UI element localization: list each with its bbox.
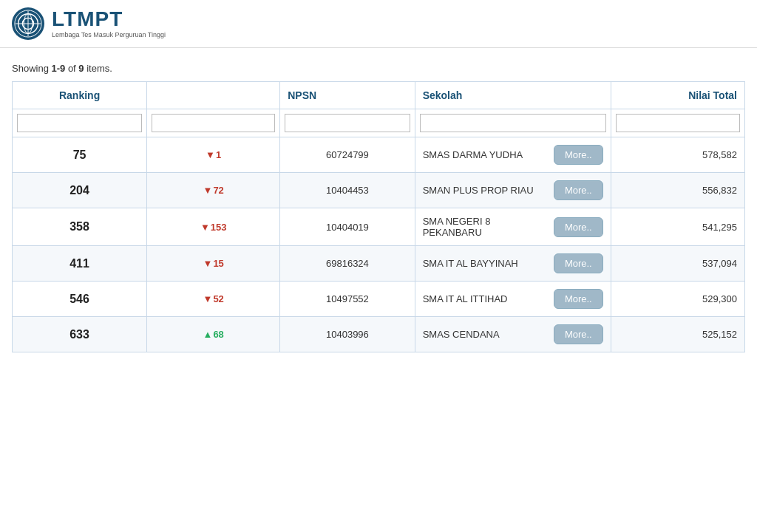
school-name: SMA IT AL ITTIHAD (423, 293, 508, 304)
rank-cell: 411 (13, 246, 147, 282)
table-header-row: Ranking NPSN Sekolah Nilai Total (13, 82, 745, 109)
more-button[interactable]: More.. (554, 180, 603, 200)
change-value: 1 (216, 149, 221, 160)
school-cell: SMA IT AL ITTIHADMore.. (415, 282, 611, 317)
filter-change-cell (147, 109, 280, 137)
change-cell: ▼1 (147, 137, 280, 173)
col-nilai: Nilai Total (611, 82, 744, 109)
table-body: 75▼160724799SMAS DARMA YUDHAMore..578,58… (13, 137, 745, 352)
school-name: SMAN PLUS PROP RIAU (423, 185, 534, 196)
change-cell: ▼15 (147, 246, 280, 282)
rank-cell: 204 (13, 173, 147, 208)
showing-info: Showing 1-9 of 9 items. (12, 63, 745, 74)
main-content: Showing 1-9 of 9 items. Ranking NPSN Sek… (0, 48, 757, 352)
col-ranking: Ranking (13, 82, 147, 109)
showing-suffix: items. (84, 63, 112, 74)
filter-npsn-input[interactable] (285, 114, 410, 132)
table-row: 358▼15310404019SMA NEGERI 8 PEKANBARUMor… (13, 208, 745, 246)
filter-ranking-cell (13, 109, 147, 137)
school-name: SMAS CENDANA (423, 329, 500, 340)
npsn-cell: 10403996 (280, 317, 415, 352)
nilai-cell: 525,152 (611, 317, 744, 352)
school-cell: SMAS DARMA YUDHAMore.. (415, 137, 611, 173)
change-cell: ▼153 (147, 208, 280, 246)
more-button[interactable]: More.. (554, 289, 603, 309)
filter-ranking-input[interactable] (17, 114, 142, 132)
showing-total: 9 (78, 63, 84, 74)
table-row: 546▼5210497552SMA IT AL ITTIHADMore..529… (13, 282, 745, 317)
rank-cell: 75 (13, 137, 147, 173)
change-value: 153 (211, 222, 227, 233)
more-button[interactable]: More.. (554, 217, 603, 237)
col-sekolah: Sekolah (415, 82, 611, 109)
filter-sekolah-cell (415, 109, 611, 137)
table-row: 411▼1569816324SMA IT AL BAYYINAHMore..53… (13, 246, 745, 282)
more-button[interactable]: More.. (554, 145, 603, 165)
npsn-cell: 10404453 (280, 173, 415, 208)
school-name: SMAS DARMA YUDHA (423, 149, 523, 160)
showing-of: of (65, 63, 78, 74)
school-cell: SMA IT AL BAYYINAHMore.. (415, 246, 611, 282)
filter-sekolah-input[interactable] (420, 114, 606, 132)
npsn-cell: 10404019 (280, 208, 415, 246)
arrow-down-icon: ▼ (203, 293, 213, 304)
change-value: 15 (213, 258, 223, 269)
more-button[interactable]: More.. (554, 324, 603, 344)
npsn-cell: 10497552 (280, 282, 415, 317)
ranking-table: Ranking NPSN Sekolah Nilai Total 75▼1607… (12, 81, 745, 352)
filter-row (13, 109, 745, 137)
change-cell: ▼72 (147, 173, 280, 208)
school-name: SMA NEGERI 8 PEKANBARU (423, 216, 545, 238)
nilai-cell: 541,295 (611, 208, 744, 246)
brand-name: LTMPT (52, 9, 166, 30)
logo-text: LTMPT Lembaga Tes Masuk Perguruan Tinggi (52, 9, 166, 38)
nilai-cell: 556,832 (611, 173, 744, 208)
change-cell: ▲68 (147, 317, 280, 352)
filter-nilai-input[interactable] (616, 114, 740, 132)
logo-circle (12, 7, 44, 40)
filter-npsn-cell (280, 109, 415, 137)
npsn-cell: 69816324 (280, 246, 415, 282)
school-name: SMA IT AL BAYYINAH (423, 258, 518, 269)
arrow-down-icon: ▼ (203, 258, 213, 269)
arrow-down-icon: ▼ (203, 185, 213, 196)
change-value: 52 (213, 293, 223, 304)
col-change (147, 82, 280, 109)
rank-cell: 358 (13, 208, 147, 246)
change-value: 68 (213, 329, 223, 340)
nilai-cell: 578,582 (611, 137, 744, 173)
nilai-cell: 529,300 (611, 282, 744, 317)
nilai-cell: 537,094 (611, 246, 744, 282)
filter-nilai-cell (611, 109, 744, 137)
change-cell: ▼52 (147, 282, 280, 317)
school-cell: SMAN PLUS PROP RIAUMore.. (415, 173, 611, 208)
rank-cell: 633 (13, 317, 147, 352)
brand-subtitle: Lembaga Tes Masuk Perguruan Tinggi (52, 31, 166, 38)
rank-cell: 546 (13, 282, 147, 317)
school-cell: SMAS CENDANAMore.. (415, 317, 611, 352)
arrow-down-icon: ▼ (206, 149, 215, 160)
table-row: 75▼160724799SMAS DARMA YUDHAMore..578,58… (13, 137, 745, 173)
change-value: 72 (213, 185, 223, 196)
arrow-up-icon: ▲ (203, 329, 213, 340)
showing-label: Showing (12, 63, 51, 74)
col-npsn: NPSN (280, 82, 415, 109)
table-row: 204▼7210404453SMAN PLUS PROP RIAUMore..5… (13, 173, 745, 208)
table-row: 633▲6810403996SMAS CENDANAMore..525,152 (13, 317, 745, 352)
filter-change-input[interactable] (152, 114, 275, 132)
more-button[interactable]: More.. (554, 253, 603, 273)
school-cell: SMA NEGERI 8 PEKANBARUMore.. (415, 208, 611, 246)
npsn-cell: 60724799 (280, 137, 415, 173)
showing-range: 1-9 (51, 63, 65, 74)
page-header: LTMPT Lembaga Tes Masuk Perguruan Tinggi (0, 0, 757, 48)
arrow-down-icon: ▼ (200, 222, 210, 233)
